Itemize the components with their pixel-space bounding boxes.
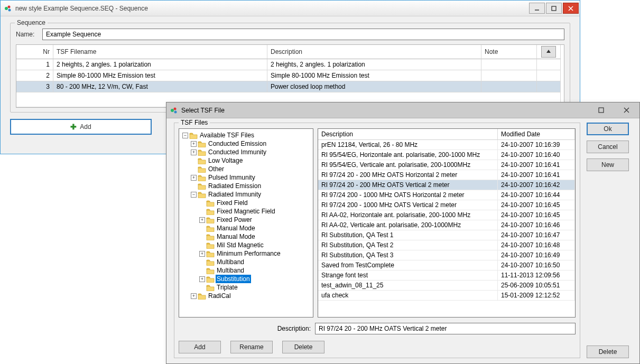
collapse-icon[interactable]: − <box>191 192 197 198</box>
tree-item[interactable]: Multiband <box>198 258 312 266</box>
move-up-button[interactable] <box>541 46 556 58</box>
table-cell-spacer <box>537 59 561 70</box>
tree-item[interactable]: Radiated Emission <box>190 182 312 190</box>
tree-item[interactable]: Mil Std Magnetic <box>198 241 312 249</box>
file-date: 24-10-2007 10:16:45 <box>498 200 575 210</box>
col-note[interactable]: Note <box>481 45 537 59</box>
tree-root[interactable]: −Available TSF Files <box>181 131 312 139</box>
tree-item[interactable]: −Radiated Immunity <box>190 190 312 199</box>
expand-icon[interactable]: + <box>191 150 197 155</box>
tree-item[interactable]: Other <box>190 165 312 173</box>
file-row[interactable]: RI 95/54/EG, Verticale ant. polarisatie,… <box>318 160 575 170</box>
expand-icon[interactable]: + <box>199 251 205 257</box>
table-cell-nr[interactable]: 2 <box>16 70 53 81</box>
minimize-button[interactable] <box>529 3 545 14</box>
description-input[interactable] <box>315 323 576 334</box>
file-row[interactable]: RI Substitution, QA Test 324-10-2007 10:… <box>318 250 575 260</box>
table-cell-tsf[interactable]: 80 - 200 MHz, 12 V/m, CW, Fast <box>53 81 267 92</box>
folder-icon <box>189 132 198 139</box>
file-row[interactable]: RI Substitution, QA Test 224-10-2007 10:… <box>318 240 575 250</box>
file-row[interactable]: RI Substitution, QA Test 124-10-2007 10:… <box>318 230 575 240</box>
file-list[interactable]: Description Modified Date prEN 12184, Ve… <box>318 128 576 318</box>
tree-item[interactable]: Manual Mode <box>198 232 312 241</box>
add-button[interactable]: ✚ Add <box>10 119 152 135</box>
file-desc: RI 95/54/EG, Horizontale ant. polarisati… <box>318 150 498 160</box>
file-row[interactable]: ufa check15-01-2009 12:12:52 <box>318 291 575 301</box>
main-titlebar[interactable]: new style Example Sequence.SEQ - Sequenc… <box>1 1 580 16</box>
expand-icon[interactable]: + <box>191 175 197 181</box>
table-cell-note[interactable] <box>481 70 537 81</box>
tree-item[interactable]: +RadiCal <box>190 292 312 300</box>
table-cell-note[interactable] <box>481 59 537 70</box>
tree-item[interactable]: Fixed Field <box>198 199 312 207</box>
expand-icon[interactable]: + <box>199 217 205 223</box>
table-cell-tsf[interactable]: Simple 80-1000 MHz Emission test <box>53 70 267 81</box>
file-row[interactable]: Strange font test11-11-2013 12:09:56 <box>318 270 575 281</box>
dialog-maximize-button[interactable] <box>589 102 613 118</box>
col-desc[interactable]: Description <box>267 45 481 59</box>
expand-icon[interactable]: + <box>191 293 197 299</box>
collapse-icon[interactable]: − <box>182 133 188 138</box>
table-cell-tsf[interactable]: 2 heights, 2 angles. 1 polarization <box>53 59 267 70</box>
file-row[interactable]: test_adwin_08_11_2525-06-2009 10:05:51 <box>318 281 575 291</box>
svg-rect-8 <box>599 108 604 113</box>
col-tsf[interactable]: TSF Filename <box>53 45 267 59</box>
dlg-delete-button[interactable]: Delete <box>282 341 324 353</box>
col-modified-date[interactable]: Modified Date <box>498 129 575 139</box>
cancel-button[interactable]: Cancel <box>587 141 629 153</box>
sequence-table[interactable]: Nr TSF Filename Description Note 12 heig… <box>16 44 564 108</box>
file-row[interactable]: RI 97/24 20 - 200 MHz OATS Vertical 2 me… <box>318 180 575 190</box>
col-description[interactable]: Description <box>318 129 498 139</box>
dialog-titlebar[interactable]: Select TSF File <box>166 102 639 118</box>
file-date: 24-10-2007 10:16:40 <box>498 150 575 160</box>
dialog-close-button[interactable] <box>614 102 638 118</box>
table-cell-spacer <box>537 81 561 92</box>
file-desc: Saved from TestComplete <box>318 260 498 270</box>
table-cell-nr[interactable]: 1 <box>16 59 53 70</box>
file-row[interactable]: RI 95/54/EG, Horizontale ant. polarisati… <box>318 150 575 160</box>
tree-item[interactable]: +Conducted Emission <box>190 139 312 148</box>
table-cell-nr[interactable]: 3 <box>16 81 53 92</box>
file-row[interactable]: Saved from TestComplete24-10-2007 10:16:… <box>318 260 575 270</box>
maximize-button[interactable] <box>546 3 562 14</box>
file-desc: RI Substitution, QA Test 2 <box>318 240 498 250</box>
table-cell-desc[interactable]: 2 heights, 2 angles. 1 polarization <box>267 59 481 70</box>
file-date: 24-10-2007 10:16:49 <box>498 250 575 260</box>
dlg-rename-button[interactable]: Rename <box>230 341 273 353</box>
file-row[interactable]: RI 97/24 20 - 200 MHz OATS Horizontal 2 … <box>318 170 575 180</box>
file-desc: RI 97/24 200 - 1000 MHz OATS Vertical 2 … <box>318 200 498 210</box>
tree-item[interactable]: +Conducted Immunity <box>190 148 312 156</box>
file-row[interactable]: RI 97/24 200 - 1000 MHz OATS Vertical 2 … <box>318 200 575 210</box>
table-cell-desc[interactable]: Power closed loop method <box>267 81 481 92</box>
table-cell-desc[interactable]: Simple 80-1000 MHz Emission test <box>267 70 481 81</box>
dlg-add-button[interactable]: Add <box>179 341 221 353</box>
file-row[interactable]: RI 97/24 200 - 1000 MHz OATS Horizontal … <box>318 190 575 200</box>
tree-view[interactable]: −Available TSF Files +Conducted Emission… <box>179 128 313 318</box>
file-row[interactable]: prEN 12184, Vertical, 26 - 80 MHz24-10-2… <box>318 140 575 150</box>
svg-point-1 <box>8 5 11 8</box>
tree-item[interactable]: +Minimum Performance <box>198 249 312 258</box>
app-icon <box>170 106 178 115</box>
table-cell-note[interactable] <box>481 81 537 92</box>
tree-item[interactable]: Multiband <box>198 266 312 275</box>
expand-icon[interactable]: + <box>199 276 205 282</box>
tree-item[interactable]: +Fixed Power <box>198 216 312 224</box>
right-delete-button[interactable]: Delete <box>587 346 629 358</box>
close-button[interactable] <box>563 3 579 14</box>
tree-item-selected[interactable]: +Substitution <box>198 275 312 283</box>
tree-item[interactable]: Triplate <box>198 283 312 292</box>
expand-icon[interactable]: + <box>191 141 197 147</box>
new-button[interactable]: New <box>587 158 629 171</box>
name-input[interactable] <box>42 29 564 40</box>
file-row[interactable]: RI AA-02, Horizontale ant. polarisatie, … <box>318 210 575 220</box>
add-label: Add <box>80 123 91 130</box>
file-row[interactable]: RI AA-02, Verticale ant. polarisatie, 20… <box>318 220 575 230</box>
col-nr[interactable]: Nr <box>16 45 53 59</box>
tree-item[interactable]: Fixed Magnetic Field <box>198 207 312 216</box>
tree-item[interactable]: Low Voltage <box>190 156 312 165</box>
tree-item[interactable]: Manual Mode <box>198 224 312 232</box>
file-desc: Strange font test <box>318 270 498 280</box>
folder-icon <box>198 191 206 198</box>
ok-button[interactable]: Ok <box>587 123 629 135</box>
tree-item[interactable]: +Pulsed Immunity <box>190 173 312 182</box>
